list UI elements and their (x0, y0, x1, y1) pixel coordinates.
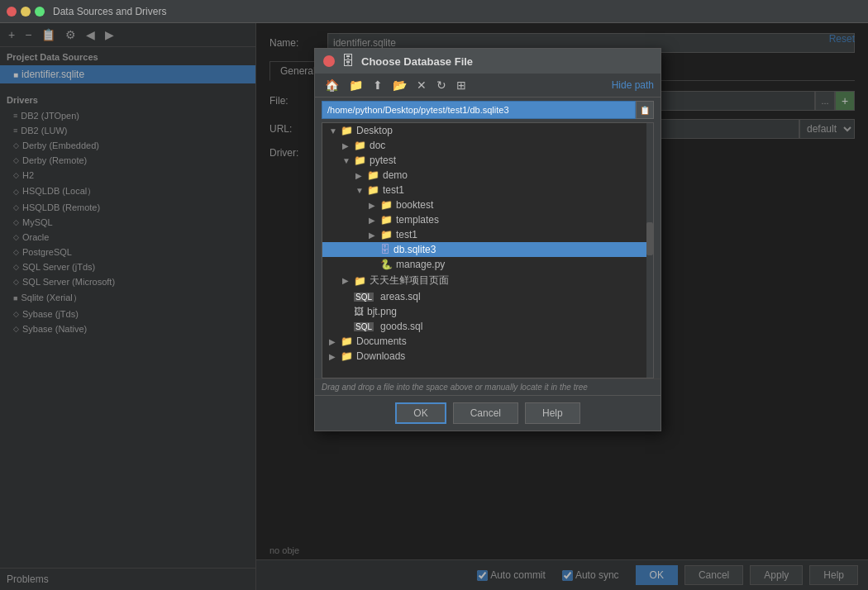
tree-label: manage.py (396, 259, 445, 270)
modal-overlay: 🗄 Choose Database File 🏠 📁 ⬆ 📂 ✕ ↻ ⊞ Hid… (0, 23, 868, 590)
folder-icon: 📁 (354, 155, 366, 166)
tree-label: areas.sql (380, 291, 421, 302)
tree-label: templates (396, 214, 439, 226)
modal-refresh-button[interactable]: ↻ (433, 77, 450, 93)
tree-label: db.sqlite3 (393, 244, 436, 255)
window-controls (7, 7, 45, 17)
tree-label: test1 (383, 184, 404, 196)
choose-database-file-dialog: 🗄 Choose Database File 🏠 📁 ⬆ 📂 ✕ ↻ ⊞ Hid… (314, 48, 661, 431)
tree-label: bjt.png (367, 306, 397, 317)
modal-file-tree[interactable]: ▼ 📁 Desktop ▶ 📁 doc ▼ 📁 pytest (322, 122, 654, 378)
tree-item-manage-py[interactable]: 🐍 manage.py (322, 257, 653, 272)
folder-icon: 📁 (367, 169, 379, 181)
modal-delete-button[interactable]: ✕ (413, 77, 430, 93)
tree-arrow: ▼ (342, 156, 354, 165)
modal-grid-button[interactable]: ⊞ (453, 77, 470, 93)
tree-label: Desktop (356, 125, 393, 136)
scrollbar-thumb[interactable] (646, 222, 653, 255)
title-bar: Data Sources and Drivers (0, 0, 868, 23)
tree-label: demo (383, 169, 408, 181)
modal-path-action-button[interactable]: 📋 (636, 101, 654, 119)
folder-icon: 📁 (380, 214, 393, 226)
modal-toolbar: 🏠 📁 ⬆ 📂 ✕ ↻ ⊞ Hide path (315, 74, 661, 98)
folder-icon: 📁 (341, 125, 353, 136)
tree-item-doc[interactable]: ▶ 📁 doc (322, 138, 653, 153)
tree-label: Downloads (356, 350, 405, 362)
tree-label: doc (370, 140, 385, 151)
modal-ok-button[interactable]: OK (395, 402, 446, 424)
tree-label: Documents (356, 335, 407, 347)
modal-home-button[interactable]: 🏠 (322, 77, 342, 93)
tree-item-desktop[interactable]: ▼ 📁 Desktop (322, 123, 653, 138)
hide-path-button[interactable]: Hide path (612, 79, 654, 91)
modal-path-bar: 📋 (315, 98, 661, 122)
tree-arrow: ▼ (355, 186, 367, 195)
tree-item-test1-sub[interactable]: ▶ 📁 test1 (322, 227, 653, 242)
folder-icon: 📁 (380, 229, 393, 240)
tree-arrow: ▶ (329, 337, 341, 346)
tree-label: pytest (370, 155, 396, 166)
modal-path-input[interactable] (322, 101, 636, 119)
tree-item-booktest[interactable]: ▶ 📁 booktest (322, 197, 653, 212)
modal-title-icon: 🗄 (341, 54, 355, 69)
tree-item-templates[interactable]: ▶ 📁 templates (322, 212, 653, 227)
tree-item-test1[interactable]: ▼ 📁 test1 (322, 183, 653, 197)
tree-label: 天天生鲜项目页面 (370, 274, 449, 288)
tree-item-areas-sql[interactable]: SQL areas.sql (322, 289, 653, 304)
modal-close-button[interactable] (323, 55, 335, 67)
tree-item-bjt-png[interactable]: 🖼 bjt.png (322, 304, 653, 319)
tree-item-db-sqlite3[interactable]: 🗄 db.sqlite3 (322, 242, 653, 257)
modal-status-text: Drag and drop a file into the space abov… (315, 378, 661, 395)
tree-arrow: ▶ (369, 216, 380, 225)
tree-scrollbar[interactable] (646, 123, 653, 378)
sql-file-icon: SQL (354, 293, 374, 302)
file-icon: 🐍 (380, 259, 393, 270)
close-dot[interactable] (7, 7, 17, 17)
tree-arrow: ▶ (355, 171, 367, 180)
modal-help-button[interactable]: Help (525, 402, 580, 424)
folder-icon: 📁 (354, 275, 366, 287)
folder-icon: 📁 (354, 140, 366, 151)
modal-cancel-button[interactable]: Cancel (453, 402, 518, 424)
modal-title: Choose Database File (361, 55, 473, 68)
img-file-icon: 🖼 (354, 306, 364, 317)
modal-title-bar: 🗄 Choose Database File (315, 49, 661, 74)
modal-button-row: OK Cancel Help (315, 395, 661, 431)
tree-label: test1 (396, 229, 417, 240)
tree-label: goods.sql (380, 321, 422, 332)
tree-item-downloads[interactable]: ▶ 📁 Downloads (322, 349, 653, 364)
tree-item-pytest[interactable]: ▼ 📁 pytest (322, 153, 653, 168)
modal-new-folder-button[interactable]: 📁 (346, 77, 366, 93)
maximize-dot[interactable] (35, 7, 45, 17)
folder-icon: 📁 (367, 184, 379, 196)
folder-icon: 📁 (341, 350, 353, 362)
folder-icon: 📁 (341, 335, 353, 347)
tree-arrow: ▶ (329, 352, 341, 361)
sql-file-icon: SQL (354, 322, 374, 331)
window-title: Data Sources and Drivers (53, 6, 166, 17)
tree-item-goods-sql[interactable]: SQL goods.sql (322, 319, 653, 334)
minimize-dot[interactable] (21, 7, 31, 17)
tree-item-tianlive[interactable]: ▶ 📁 天天生鲜项目页面 (322, 272, 653, 289)
tree-item-demo[interactable]: ▶ 📁 demo (322, 168, 653, 183)
modal-nav-button[interactable]: 📂 (389, 77, 410, 93)
modal-upload-button[interactable]: ⬆ (370, 77, 386, 93)
tree-label: booktest (396, 199, 433, 211)
tree-arrow: ▼ (329, 126, 341, 136)
db-file-icon: 🗄 (380, 244, 390, 255)
main-content: Reset Name: General SSH/SSL Options Adva… (256, 23, 868, 590)
tree-arrow: ▶ (342, 141, 354, 150)
tree-arrow: ▶ (342, 276, 354, 285)
tree-arrow: ▶ (369, 231, 380, 240)
folder-icon: 📁 (380, 199, 393, 211)
tree-arrow: ▶ (369, 201, 380, 210)
tree-item-documents[interactable]: ▶ 📁 Documents (322, 334, 653, 349)
